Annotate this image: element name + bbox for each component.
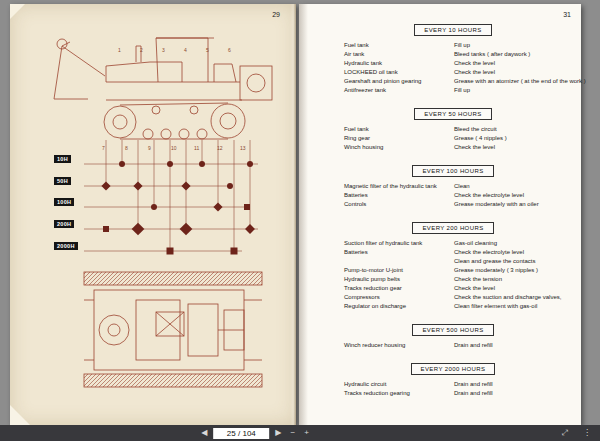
maintenance-item: Gearshaft and pinion gearingGrease with …: [299, 77, 573, 86]
hour-interval-label: 50H: [54, 177, 71, 185]
maintenance-section: EVERY 500 HOURSWinch reducer housingDrai…: [299, 318, 573, 350]
prev-page-button[interactable]: ◀: [198, 426, 210, 440]
callout-number: 7: [102, 146, 105, 151]
item-name: Hydraulic circuit: [299, 380, 454, 389]
item-action: Check the suction and discharge valves,: [454, 293, 573, 302]
item-name: Antifreezer tank: [299, 86, 454, 95]
item-name: Hydraulic tank: [299, 59, 454, 68]
item-action: Check the level: [454, 68, 573, 77]
callout-number: 11: [194, 146, 199, 151]
item-name: Tracks reduction gearing: [299, 389, 454, 398]
maintenance-item: Hydraulic circuitDrain and refill: [299, 380, 573, 389]
section-header: EVERY 10 HOURS: [414, 24, 491, 36]
item-name: Controls: [299, 200, 454, 209]
maintenance-item: BatteriesCheck the electrolyte level: [299, 248, 573, 257]
item-name: Regulator on discharge: [299, 302, 454, 311]
fullscreen-icon[interactable]: ⤢: [559, 426, 571, 440]
maintenance-item: Fuel tankBleed the circuit: [299, 125, 573, 134]
item-action: Clean: [454, 182, 573, 191]
maintenance-section: EVERY 10 HOURSFuel tankFill upAir tankBl…: [299, 18, 573, 95]
item-action: Grease with an atomizer ( at the end of …: [454, 77, 586, 86]
hour-interval-label: 100H: [54, 198, 74, 206]
section-header: EVERY 100 HOURS: [412, 165, 493, 177]
section-header: EVERY 500 HOURS: [412, 324, 493, 336]
next-page-button[interactable]: ▶: [272, 426, 284, 440]
tractor-top-view: [84, 272, 262, 387]
callout-number: 5: [206, 48, 209, 53]
maintenance-item: Clean and grease the contacts: [299, 257, 573, 266]
item-name: Compressors: [299, 293, 454, 302]
callout-number: 8: [125, 146, 128, 151]
page-navigation: ◀ ▶ − +: [198, 425, 312, 441]
item-name: Tracks reduction gear: [299, 284, 454, 293]
hour-interval-label: 10H: [54, 155, 71, 163]
item-action: Fill up: [454, 41, 573, 50]
hour-interval-label: 200H: [54, 220, 74, 228]
maintenance-item: Antifreezer tankFill up: [299, 86, 573, 95]
maintenance-item: CompressorsCheck the suction and dischar…: [299, 293, 573, 302]
maintenance-item: Ring gearGrease ( 4 nipples ): [299, 134, 573, 143]
item-name: LOCKHEED oil tank: [299, 68, 454, 77]
maintenance-item: Fuel tankFill up: [299, 41, 573, 50]
item-name: [299, 257, 454, 266]
item-name: Winch housing: [299, 143, 454, 152]
item-action: Grease moderately with an oiler: [454, 200, 573, 209]
maintenance-item: Tracks reduction gearingDrain and refill: [299, 389, 573, 398]
item-action: Check the tension: [454, 275, 573, 284]
item-name: Hydraulic pump belts: [299, 275, 454, 284]
item-action: Check the level: [454, 143, 573, 152]
interval-symbols: [101, 161, 255, 255]
maintenance-item: ControlsGrease moderately with an oiler: [299, 200, 573, 209]
callout-number: 9: [148, 146, 151, 151]
callout-number: 1: [118, 48, 121, 53]
maintenance-item: Winch reducer housingDrain and refill: [299, 341, 573, 350]
page-indicator-input[interactable]: [213, 428, 269, 439]
zoom-in-button[interactable]: +: [301, 426, 312, 440]
maintenance-section: EVERY 100 HOURSMagnetic filter of the hy…: [299, 159, 573, 209]
menu-icon[interactable]: ⋮: [580, 426, 594, 440]
maintenance-item: Pump-to-motor U-jointGrease moderately (…: [299, 266, 573, 275]
pdf-toolbar: ◀ ▶ − + ⤢ ⋮: [0, 425, 600, 441]
callout-number: 12: [217, 146, 223, 151]
item-name: Batteries: [299, 191, 454, 200]
maintenance-section: EVERY 50 HOURSFuel tankBleed the circuit…: [299, 102, 573, 152]
item-action: Drain and refill: [454, 380, 573, 389]
item-action: Clean filter element with gas-oil: [454, 302, 573, 311]
maintenance-item: Magnetic filter of the hydraulic tankCle…: [299, 182, 573, 191]
item-action: Bleed tanks ( after daywork ): [454, 50, 573, 59]
right-page: 31 EVERY 10 HOURSFuel tankFill upAir tan…: [299, 4, 581, 425]
maintenance-item: Hydraulic pump beltsCheck the tension: [299, 275, 573, 284]
maintenance-sections: EVERY 10 HOURSFuel tankFill upAir tankBl…: [299, 16, 573, 405]
item-name: Pump-to-motor U-joint: [299, 266, 454, 275]
callout-number: 4: [184, 48, 187, 53]
callout-number: 13: [240, 146, 246, 151]
item-action: Gas-oil cleaning: [454, 239, 573, 248]
item-name: Air tank: [299, 50, 454, 59]
item-action: Check the electrolyte level: [454, 248, 573, 257]
item-name: Gearshaft and pinion gearing: [299, 77, 454, 86]
item-name: Magnetic filter of the hydraulic tank: [299, 182, 454, 191]
maintenance-section: EVERY 2000 HOURSHydraulic circuitDrain a…: [299, 357, 573, 398]
callout-number: 3: [162, 48, 165, 53]
maintenance-item: LOCKHEED oil tankCheck the level: [299, 68, 573, 77]
item-action: Drain and refill: [454, 389, 573, 398]
item-name: Batteries: [299, 248, 454, 257]
interval-grid-lines: [84, 140, 258, 251]
item-name: Fuel tank: [299, 41, 454, 50]
item-action: Bleed the circuit: [454, 125, 573, 134]
item-action: Drain and refill: [454, 341, 573, 350]
item-action: Clean and grease the contacts: [454, 257, 573, 266]
item-action: Fill up: [454, 86, 573, 95]
maintenance-item: Tracks reduction gearCheck the level: [299, 284, 573, 293]
item-action: Check the level: [454, 59, 573, 68]
section-header: EVERY 200 HOURS: [412, 222, 493, 234]
maintenance-item: Winch housingCheck the level: [299, 143, 573, 152]
item-action: Grease moderately ( 3 nipples ): [454, 266, 573, 275]
section-header: EVERY 50 HOURS: [414, 108, 491, 120]
zoom-out-button[interactable]: −: [287, 426, 298, 440]
callout-number: 2: [140, 48, 143, 53]
left-page: 29: [10, 4, 296, 425]
item-action: Grease ( 4 nipples ): [454, 134, 573, 143]
hour-interval-label: 2000H: [54, 242, 78, 250]
item-name: Winch reducer housing: [299, 341, 454, 350]
